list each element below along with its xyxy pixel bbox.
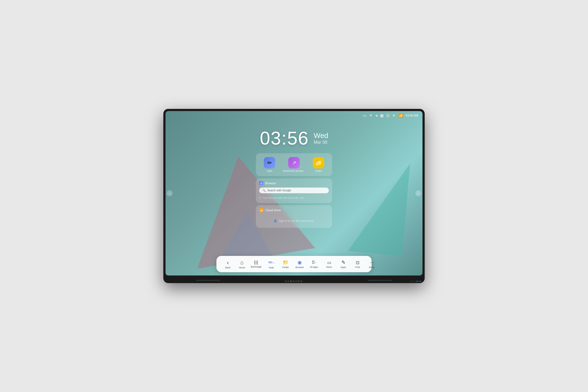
brightness-icon: ☀ — [369, 113, 373, 118]
clock-time: 03:56 — [260, 127, 309, 149]
browser-icon: ◉ — [298, 259, 302, 265]
browser-footer-text: You can also enter the OpenURL URL — [263, 197, 304, 199]
cloud-drive-title: Cloud Drive — [265, 209, 281, 212]
taskbar-backstage[interactable]: ||| Backstage — [249, 259, 263, 269]
taskbar-finder-label: Finder — [282, 266, 289, 269]
allapps-icon: ⠿ — [312, 260, 315, 265]
taskbar-note[interactable]: ✏ ▾ Note — [264, 258, 278, 270]
finder-icon: 📁 — [283, 259, 289, 265]
taskbar-back-label: Back — [225, 266, 231, 269]
taskbar-allapps-label: All apps — [310, 266, 318, 268]
volume-icon: ◂ — [375, 113, 377, 118]
app-label-samsung-screen: SAMSUNG Screen... — [283, 170, 305, 172]
taskbar-mark-label: Mark — [341, 266, 346, 269]
browser-widget-title: Browser — [265, 182, 276, 185]
input-icon: ▦ — [380, 113, 384, 118]
app-icon-finder: 📁 — [313, 157, 324, 169]
app-icon-note: ✏ — [264, 157, 275, 169]
bg-shape-2 — [348, 159, 410, 256]
taskbar-backstage-label: Backstage — [251, 265, 262, 268]
status-bar: ▭ ☀ ◂ ▦ ⊡ ✕ 📶 03:56 AM — [359, 111, 422, 120]
taskbar-note-label: Note — [269, 266, 274, 269]
app-note[interactable]: ✏ Note — [264, 157, 275, 172]
widget-cloud: ☁ Cloud Drive 👤 Sign in to use the cloud… — [256, 205, 332, 228]
browser-widget-header: B Browser — [259, 181, 329, 185]
screen-share-icon: ⊡ — [386, 113, 390, 118]
more-icon: ··· — [369, 260, 373, 265]
app-label-note: Note — [267, 170, 272, 172]
cloud-signin-text: Sign in to use the cloud drive. — [278, 219, 314, 222]
port-2 — [413, 281, 415, 282]
clock-area: 03:56 Wed Mar 08 — [260, 127, 328, 149]
usb-port-1 — [416, 281, 418, 282]
status-time: 03:56 AM — [406, 114, 418, 117]
taskbar-mark[interactable]: ✎ Mark — [336, 258, 350, 270]
app-samsung-screen[interactable]: ↗ SAMSUNG Screen... — [283, 157, 305, 172]
caption-icon: ▭ — [363, 113, 366, 118]
taskbar-allapps[interactable]: ⠿ ▾ All apps — [307, 259, 321, 270]
widgets-container: ✏ Note ↗ SAMSUNG Screen... 📁 Finder B Br… — [256, 153, 332, 228]
clock-date-area: Wed Mar 08 — [314, 131, 328, 145]
taskbar-browser[interactable]: ◉ Browser — [293, 258, 307, 270]
taskbar-crop[interactable]: ⊡ Crop — [350, 259, 365, 270]
mark-icon: ✎ — [341, 259, 345, 265]
cloud-header: ☁ Cloud Drive — [259, 208, 329, 212]
speaker-right — [367, 280, 392, 281]
taskbar-home-label: Home — [239, 266, 245, 269]
menu-icon: ▭ — [327, 260, 331, 265]
taskbar-menu[interactable]: ▭ Menu — [322, 259, 336, 270]
note-dropdown-arrow: ▾ — [273, 262, 274, 264]
ports-area — [410, 281, 421, 282]
network-block-icon: ✕ — [392, 113, 396, 118]
tv-frame: ▭ ☀ ◂ ▦ ⊡ ✕ 📶 03:56 AM 03:56 Wed Mar 08 … — [163, 109, 425, 283]
app-icon-samsung-screen: ↗ — [288, 157, 300, 169]
taskbar-home[interactable]: ⌂ Home — [235, 258, 249, 270]
taskbar-browser-label: Browser — [295, 266, 304, 269]
taskbar-more[interactable]: ··· More — [365, 259, 379, 270]
search-placeholder: Search with Google — [267, 189, 291, 192]
taskbar-back[interactable]: ‹ Back — [221, 258, 235, 270]
browser-footer: ↻ You can also enter the OpenURL URL — [259, 195, 329, 200]
back-icon: ‹ — [227, 259, 229, 266]
crop-icon: ⊡ — [356, 260, 359, 265]
speaker-left — [196, 280, 220, 281]
wifi-icon: 📶 — [398, 113, 403, 118]
widget-apps: ✏ Note ↗ SAMSUNG Screen... 📁 Finder — [256, 153, 332, 176]
clock-day: Wed — [314, 131, 328, 140]
taskbar-crop-label: Crop — [355, 266, 360, 268]
clock-date: Mar 08 — [314, 140, 327, 145]
tv-screen: ▭ ☀ ◂ ▦ ⊡ ✕ 📶 03:56 AM 03:56 Wed Mar 08 … — [166, 111, 422, 275]
backstage-icon: ||| — [254, 260, 258, 265]
note-icon: ✏ — [268, 259, 273, 266]
cloud-drive-icon: ☁ — [259, 208, 264, 212]
browser-footer-icon: ↻ — [259, 197, 261, 199]
taskbar-finder[interactable]: 📁 Finder — [278, 258, 293, 270]
taskbar-menu-label: Menu — [326, 266, 332, 268]
cloud-person-icon: 👤 — [274, 219, 277, 222]
allapps-dropdown-arrow: ▾ — [315, 262, 316, 264]
home-icon: ⌂ — [240, 259, 244, 266]
browser-search-bar[interactable]: 🔍 Search with Google — [259, 188, 329, 193]
cloud-signin-area[interactable]: 👤 Sign in to use the cloud drive. — [259, 217, 329, 225]
app-label-finder: Finder — [315, 170, 322, 172]
taskbar: ‹ Back ⌂ Home ||| Backstage ✏ ▾ Note — [216, 256, 372, 272]
widget-browser: B Browser 🔍 Search with Google ↻ You can… — [256, 178, 332, 203]
app-finder[interactable]: 📁 Finder — [313, 157, 324, 172]
sidebar-left-arrow[interactable]: ‹ — [167, 190, 173, 196]
taskbar-more-label: More — [369, 266, 374, 269]
samsung-brand-label: SAMSUNG — [285, 280, 303, 283]
port-1 — [410, 281, 412, 282]
sidebar-right-arrow[interactable]: › — [415, 190, 421, 196]
browser-widget-icon: B — [259, 181, 264, 185]
usb-port-2 — [419, 281, 421, 282]
search-icon: 🔍 — [262, 189, 266, 192]
